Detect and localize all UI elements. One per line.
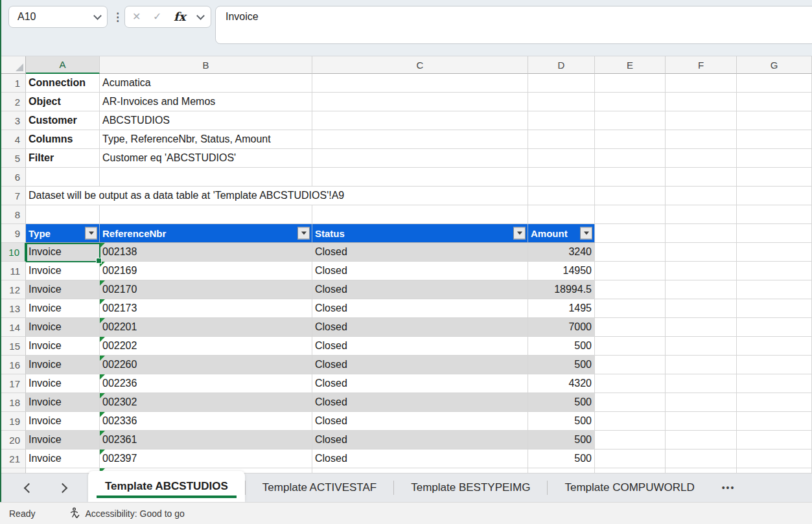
row-header-4[interactable]: 4 (0, 130, 26, 149)
cell-D1[interactable] (528, 74, 595, 93)
cell-A3[interactable]: Customer (26, 111, 100, 130)
chevron-down-icon[interactable] (93, 12, 102, 20)
cell-E20[interactable] (595, 431, 666, 450)
row-header-3[interactable]: 3 (0, 111, 26, 130)
row-header-21[interactable]: 21 (0, 450, 26, 468)
cell-E9[interactable] (595, 224, 666, 243)
cell-E11[interactable] (595, 262, 666, 280)
cell-A7[interactable]: Dataset will be output as a data table a… (26, 187, 528, 205)
cell-C2[interactable] (312, 93, 528, 111)
fill-handle[interactable] (96, 258, 102, 264)
cell-B3[interactable]: ABCSTUDIOS (100, 111, 312, 130)
cell-D16[interactable]: 500 (528, 356, 595, 374)
cell-A5[interactable]: Filter (26, 149, 100, 168)
cell-C5[interactable] (312, 149, 528, 168)
status-ready[interactable]: Ready (9, 508, 35, 519)
cell-B11[interactable]: 002169 (100, 262, 312, 280)
cell-F9[interactable] (666, 224, 737, 243)
accessibility-status[interactable]: Accessibility: Good to go (69, 507, 184, 519)
cell-B2[interactable]: AR-Invoices and Memos (100, 93, 312, 111)
cell-C21[interactable]: Closed (312, 450, 528, 468)
cell-D7[interactable] (528, 187, 595, 205)
cell-G6[interactable] (737, 168, 812, 187)
cell-A13[interactable]: Invoice (26, 299, 100, 318)
filter-button[interactable] (513, 227, 526, 240)
row-header-13[interactable]: 13 (0, 299, 26, 318)
cell-F8[interactable] (666, 205, 737, 224)
table-header-referencenbr[interactable]: ReferenceNbr (100, 224, 312, 243)
table-header-amount[interactable]: Amount (528, 224, 595, 243)
cell-G1[interactable] (737, 74, 812, 93)
formula-input[interactable]: Invoice (215, 6, 812, 44)
cell-C6[interactable] (312, 168, 528, 187)
cell-E16[interactable] (595, 356, 666, 374)
cell-C1[interactable] (312, 74, 528, 93)
cell-A14[interactable]: Invoice (26, 318, 100, 337)
cell-C20[interactable]: Closed (312, 431, 528, 450)
cell-G4[interactable] (737, 130, 812, 149)
row-header-6[interactable]: 6 (0, 168, 26, 187)
cell-F3[interactable] (666, 111, 737, 130)
cell-B6[interactable] (100, 168, 312, 187)
cell-D5[interactable] (528, 149, 595, 168)
next-sheet-button[interactable] (56, 480, 69, 496)
cell-E5[interactable] (595, 149, 666, 168)
cell-D14[interactable]: 7000 (528, 318, 595, 337)
cell-C15[interactable]: Closed (312, 337, 528, 356)
cell-E14[interactable] (595, 318, 666, 337)
row-header-17[interactable]: 17 (0, 374, 26, 393)
row-header-8[interactable]: 8 (0, 205, 26, 224)
cell-E6[interactable] (595, 168, 666, 187)
enter-icon[interactable]: ✓ (153, 12, 161, 22)
cell-B15[interactable]: 002202 (100, 337, 312, 356)
cell-C12[interactable]: Closed (312, 280, 528, 299)
cell-E21[interactable] (595, 450, 666, 468)
insert-function-icon[interactable]: fx (174, 11, 185, 23)
cell-B14[interactable]: 002201 (100, 318, 312, 337)
cell-B5[interactable]: Customer eq 'ABCSTUDIOS' (100, 149, 312, 168)
cell-G2[interactable] (737, 93, 812, 111)
table-header-type[interactable]: Type (26, 224, 100, 243)
filter-button[interactable] (297, 227, 310, 240)
cell-G22[interactable] (737, 468, 812, 473)
cell-D19[interactable]: 500 (528, 412, 595, 431)
cell-E10[interactable] (595, 243, 666, 262)
cell-C17[interactable]: Closed (312, 374, 528, 393)
cell-F2[interactable] (666, 93, 737, 111)
row-header-1[interactable]: 1 (0, 74, 26, 93)
cell-C8[interactable] (312, 205, 528, 224)
cell-E8[interactable] (595, 205, 666, 224)
cell-C14[interactable]: Closed (312, 318, 528, 337)
cell-G16[interactable] (737, 356, 812, 374)
cell-F18[interactable] (666, 393, 737, 412)
cell-F15[interactable] (666, 337, 737, 356)
cell-F7[interactable] (666, 187, 737, 205)
cell-F10[interactable] (666, 243, 737, 262)
cell-B20[interactable]: 002361 (100, 431, 312, 450)
cell-F22[interactable] (666, 468, 737, 473)
cell-A1[interactable]: Connection (26, 74, 100, 93)
row-header-7[interactable]: 7 (0, 187, 26, 205)
cell-D10[interactable]: 3240 (528, 243, 595, 262)
cell-F12[interactable] (666, 280, 737, 299)
cell-D20[interactable]: 500 (528, 431, 595, 450)
cell-C13[interactable]: Closed (312, 299, 528, 318)
cell-E12[interactable] (595, 280, 666, 299)
cell-B18[interactable]: 002302 (100, 393, 312, 412)
cell-D6[interactable] (528, 168, 595, 187)
cell-B8[interactable] (100, 205, 312, 224)
cell-F17[interactable] (666, 374, 737, 393)
cell-E7[interactable] (595, 187, 666, 205)
cell-A8[interactable] (26, 205, 100, 224)
filter-button[interactable] (580, 227, 592, 240)
cell-A20[interactable]: Invoice (26, 431, 100, 450)
cell-F11[interactable] (666, 262, 737, 280)
cell-C11[interactable]: Closed (312, 262, 528, 280)
cell-D8[interactable] (528, 205, 595, 224)
sheet-tab-active[interactable]: Template ABCSTUDIOS (88, 471, 245, 502)
cell-G20[interactable] (737, 431, 812, 450)
cancel-icon[interactable]: ✕ (132, 12, 141, 22)
cell-E2[interactable] (595, 93, 666, 111)
column-header-D[interactable]: D (528, 56, 595, 74)
cell-B13[interactable]: 002173 (100, 299, 312, 318)
